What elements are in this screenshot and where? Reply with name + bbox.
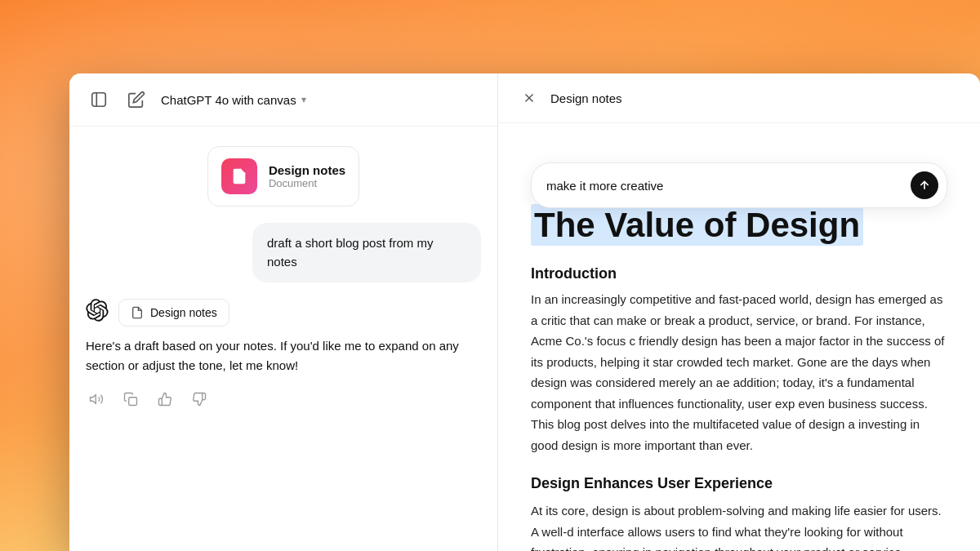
thumbs-up-button[interactable] (154, 389, 176, 410)
action-buttons-row (86, 385, 481, 410)
canvas-content: The Value of Design Introduction In an i… (498, 123, 980, 551)
canvas-title: Design notes (550, 91, 622, 105)
ai-header-row: Design notes (86, 299, 481, 327)
inline-prompt-submit-button[interactable] (911, 171, 938, 199)
app-title-text: ChatGPT 4o with canvas (161, 93, 296, 107)
chip-document-icon (131, 306, 144, 319)
svg-rect-5 (129, 398, 137, 406)
app-title-button[interactable]: ChatGPT 4o with canvas ▾ (161, 93, 306, 107)
inline-prompt-bar (531, 162, 947, 208)
ai-avatar (86, 299, 109, 322)
doc-section1-paragraph: At its core, design is about problem-sol… (531, 500, 947, 551)
doc-intro-label: Introduction (531, 265, 947, 282)
inline-prompt-input[interactable] (546, 179, 911, 193)
doc-main-title: The Value of Design (531, 205, 947, 246)
document-info: Design notes Document (269, 163, 345, 189)
document-card[interactable]: Design notes Document (207, 146, 359, 207)
chat-header: ChatGPT 4o with canvas ▾ (69, 73, 497, 127)
chip-label: Design notes (150, 306, 217, 319)
chevron-down-icon: ▾ (301, 94, 306, 105)
canvas-header: Design notes (498, 73, 980, 123)
main-window: ChatGPT 4o with canvas ▾ Design notes (69, 73, 980, 551)
document-content: The Value of Design Introduction In an i… (531, 153, 947, 551)
canvas-close-button[interactable] (518, 87, 541, 109)
ai-response: Design notes Here's a draft based on you… (86, 299, 481, 410)
design-notes-chip[interactable]: Design notes (118, 299, 229, 327)
document-icon (230, 167, 248, 185)
doc-section1-heading: Design Enhances User Experience (531, 475, 947, 492)
chat-messages: Design notes Document draft a short blog… (69, 127, 497, 551)
canvas-panel: Design notes The Value of Design (498, 73, 980, 551)
document-type: Document (269, 177, 345, 189)
doc-intro-paragraph: In an increasingly competitive and fast-… (531, 289, 947, 455)
user-message-text: draft a short blog post from my notes (267, 236, 433, 269)
user-message-bubble: draft a short blog post from my notes (252, 223, 481, 282)
copy-button[interactable] (120, 389, 141, 410)
svg-rect-0 (92, 93, 106, 107)
edit-button[interactable] (123, 87, 149, 113)
sidebar-toggle-button[interactable] (86, 87, 112, 113)
document-name: Design notes (269, 163, 345, 177)
chat-panel: ChatGPT 4o with canvas ▾ Design notes (69, 73, 498, 551)
thumbs-down-button[interactable] (189, 389, 210, 410)
audio-button[interactable] (86, 389, 107, 410)
document-icon-bg (221, 158, 257, 194)
svg-marker-4 (91, 395, 96, 404)
ai-response-text: Here's a draft based on your notes. If y… (86, 336, 481, 375)
